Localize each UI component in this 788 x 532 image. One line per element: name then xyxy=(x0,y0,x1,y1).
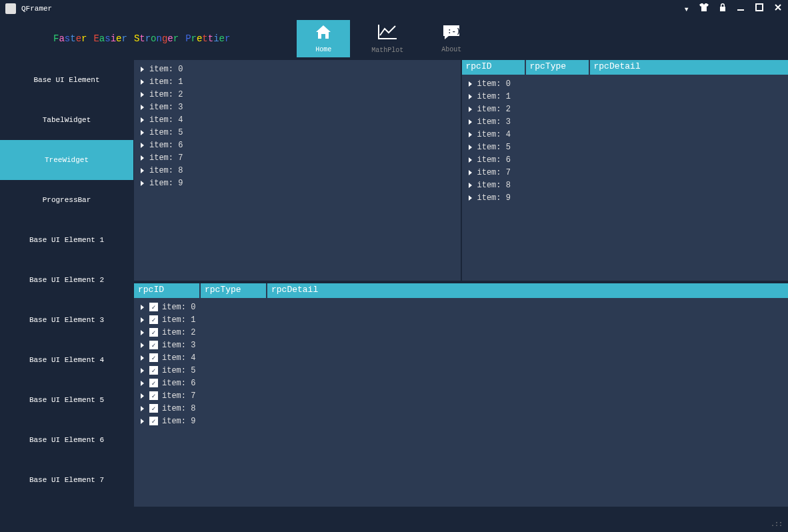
tree-item[interactable]: item: 7 xyxy=(462,166,789,179)
checkbox[interactable]: ✓ xyxy=(149,391,158,400)
sidebar-item[interactable]: Base UI Element xyxy=(0,60,133,100)
resize-grip-icon[interactable]: .:: xyxy=(771,521,783,528)
tree-item-label: item: 7 xyxy=(477,168,511,177)
tree-item[interactable]: ✓item: 0 xyxy=(134,301,788,313)
expand-arrow-icon[interactable] xyxy=(141,117,144,123)
expand-arrow-icon[interactable] xyxy=(469,170,472,175)
sidebar-item[interactable]: TabelWidget xyxy=(0,100,133,140)
tree-item-label: item: 5 xyxy=(477,143,511,152)
expand-arrow-icon[interactable] xyxy=(141,393,144,399)
tree-item[interactable]: item: 3 xyxy=(134,101,461,113)
checkbox[interactable]: ✓ xyxy=(149,404,158,413)
expand-arrow-icon[interactable] xyxy=(469,195,472,201)
expand-arrow-icon[interactable] xyxy=(141,343,144,348)
tree-item[interactable]: item: 1 xyxy=(134,75,461,88)
expand-arrow-icon[interactable] xyxy=(141,92,144,97)
tree-item[interactable]: ✓item: 9 xyxy=(134,415,788,427)
dropdown-icon[interactable]: ▾ xyxy=(684,3,689,15)
tree-item[interactable]: item: 5 xyxy=(462,141,789,153)
expand-arrow-icon[interactable] xyxy=(141,381,144,386)
expand-arrow-icon[interactable] xyxy=(469,183,472,188)
tree-item[interactable]: ✓item: 1 xyxy=(134,313,788,326)
expand-arrow-icon[interactable] xyxy=(469,94,472,99)
tree-item-label: item: 5 xyxy=(149,128,183,137)
tab-home[interactable]: Home xyxy=(297,20,350,57)
sidebar-item[interactable]: Base UI Element 5 xyxy=(0,380,133,420)
expand-arrow-icon[interactable] xyxy=(141,67,144,72)
expand-arrow-icon[interactable] xyxy=(141,368,144,373)
checkbox[interactable]: ✓ xyxy=(149,315,158,324)
tree-item[interactable]: ✓item: 4 xyxy=(134,351,788,364)
expand-arrow-icon[interactable] xyxy=(141,181,144,186)
expand-arrow-icon[interactable] xyxy=(141,419,144,424)
sidebar-item[interactable]: Base UI Element 3 xyxy=(0,300,133,340)
sidebar-item[interactable]: Base UI Element 2 xyxy=(0,260,133,300)
tree-item[interactable]: item: 2 xyxy=(134,88,461,101)
tree-item[interactable]: item: 5 xyxy=(134,126,461,139)
expand-arrow-icon[interactable] xyxy=(141,317,144,323)
expand-arrow-icon[interactable] xyxy=(141,155,144,161)
checkbox[interactable]: ✓ xyxy=(149,303,158,311)
tree-item[interactable]: item: 3 xyxy=(462,115,789,128)
expand-arrow-icon[interactable] xyxy=(469,119,472,125)
minimize-icon[interactable] xyxy=(736,3,745,15)
column-rpcdetail[interactable]: rpcDetail xyxy=(267,283,788,298)
close-icon[interactable] xyxy=(773,3,783,15)
expand-arrow-icon[interactable] xyxy=(141,143,144,148)
shirt-icon[interactable] xyxy=(699,3,709,15)
sidebar-item[interactable]: TreeWidget xyxy=(0,140,133,180)
tree-item[interactable]: item: 6 xyxy=(134,139,461,151)
expand-arrow-icon[interactable] xyxy=(141,130,144,135)
tree-item[interactable]: ✓item: 3 xyxy=(134,339,788,351)
column-rpcid[interactable]: rpcID xyxy=(134,283,201,298)
checkbox[interactable]: ✓ xyxy=(149,328,158,337)
checkbox[interactable]: ✓ xyxy=(149,379,158,387)
checkbox[interactable]: ✓ xyxy=(149,353,158,362)
column-rpcid[interactable]: rpcID xyxy=(462,60,526,75)
sidebar-item[interactable]: Base UI Element 1 xyxy=(0,220,133,260)
tree-item[interactable]: item: 8 xyxy=(134,164,461,177)
tree-item[interactable]: item: 0 xyxy=(462,77,789,90)
tab-mathplot[interactable]: MathPlot xyxy=(361,20,414,57)
checkbox[interactable]: ✓ xyxy=(149,341,158,349)
expand-arrow-icon[interactable] xyxy=(141,105,144,110)
tree-item[interactable]: ✓item: 7 xyxy=(134,389,788,402)
tree-item[interactable]: ✓item: 8 xyxy=(134,402,788,415)
column-rpctype[interactable]: rpcType xyxy=(526,60,590,75)
tab-about[interactable]: :-) About xyxy=(425,20,478,57)
maximize-icon[interactable] xyxy=(755,3,764,15)
expand-arrow-icon[interactable] xyxy=(141,355,144,361)
tree-item[interactable]: item: 7 xyxy=(134,151,461,164)
sidebar-item[interactable]: Base UI Element 7 xyxy=(0,460,133,500)
sidebar-item[interactable]: ProgressBar xyxy=(0,180,133,220)
tree-item[interactable]: ✓item: 6 xyxy=(134,377,788,389)
expand-arrow-icon[interactable] xyxy=(141,305,144,310)
tree-item[interactable]: item: 1 xyxy=(462,90,789,103)
tree-item[interactable]: item: 4 xyxy=(134,113,461,126)
expand-arrow-icon[interactable] xyxy=(141,406,144,411)
tree-item[interactable]: item: 4 xyxy=(462,128,789,141)
tree-item[interactable]: ✓item: 2 xyxy=(134,326,788,339)
tree-item[interactable]: item: 0 xyxy=(134,63,461,75)
tree-item[interactable]: item: 9 xyxy=(134,177,461,189)
sidebar-item[interactable]: Base UI Element 6 xyxy=(0,420,133,460)
tree-item[interactable]: item: 9 xyxy=(462,191,789,204)
expand-arrow-icon[interactable] xyxy=(469,145,472,150)
expand-arrow-icon[interactable] xyxy=(141,168,144,173)
checkbox[interactable]: ✓ xyxy=(149,366,158,375)
tree-item[interactable]: ✓item: 5 xyxy=(134,364,788,377)
expand-arrow-icon[interactable] xyxy=(469,132,472,137)
checkbox[interactable]: ✓ xyxy=(149,417,158,425)
expand-arrow-icon[interactable] xyxy=(141,79,144,85)
tree-item[interactable]: item: 6 xyxy=(462,153,789,166)
expand-arrow-icon[interactable] xyxy=(141,330,144,335)
sidebar-item[interactable]: Base UI Element 4 xyxy=(0,340,133,380)
column-rpctype[interactable]: rpcType xyxy=(201,283,267,298)
expand-arrow-icon[interactable] xyxy=(469,107,472,112)
expand-arrow-icon[interactable] xyxy=(469,81,472,87)
tree-item[interactable]: item: 2 xyxy=(462,103,789,115)
lock-icon[interactable] xyxy=(719,3,727,15)
expand-arrow-icon[interactable] xyxy=(469,157,472,163)
tree-item[interactable]: item: 8 xyxy=(462,179,789,191)
column-rpcdetail[interactable]: rpcDetail xyxy=(590,60,789,75)
